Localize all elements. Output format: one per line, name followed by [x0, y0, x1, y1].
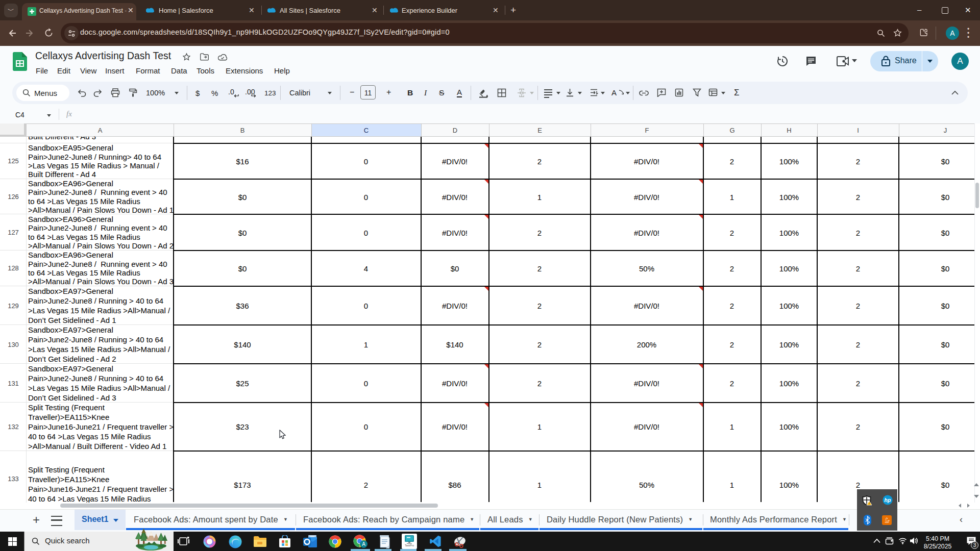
svg-text:hp: hp	[885, 497, 891, 503]
